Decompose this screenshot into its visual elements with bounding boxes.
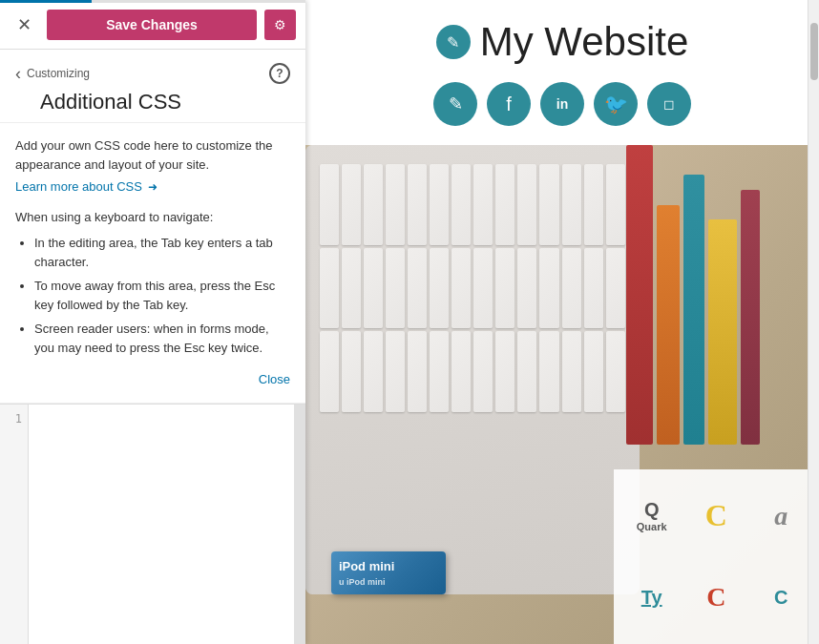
- keyboard-key: [364, 331, 383, 412]
- css-textarea[interactable]: [29, 405, 294, 645]
- ipod-subtitle: u iPod mini: [339, 577, 438, 587]
- keyboard-key: [430, 248, 449, 329]
- site-title: My Website: [480, 19, 689, 65]
- c-logo: C: [705, 498, 727, 533]
- edit-social-button[interactable]: ✎: [433, 82, 477, 126]
- desk-photo: https://w 鹿得博客: [305, 145, 819, 644]
- keyboard-key: [320, 248, 339, 329]
- book-3: [683, 175, 704, 444]
- line-number-1: 1: [15, 412, 22, 426]
- book-1: [626, 145, 653, 445]
- scrollbar-thumb: [810, 23, 818, 80]
- quark-q: Q: [644, 499, 660, 521]
- settings-button[interactable]: ⚙: [264, 10, 296, 40]
- keyboard-key: [606, 248, 625, 329]
- keyboard-key: [430, 331, 449, 412]
- keyboard-area: [305, 145, 640, 594]
- website-preview: ✎ My Website ✎ f in 🐦 ◻: [305, 0, 819, 644]
- keyboard-key: [562, 248, 581, 329]
- preview-panel: ✎ My Website ✎ f in 🐦 ◻: [305, 0, 819, 644]
- progress-bar-container: [0, 0, 305, 3]
- site-header: ✎ My Website ✎ f in 🐦 ◻: [305, 0, 819, 145]
- keyboard-key: [539, 248, 558, 329]
- progress-bar: [0, 0, 92, 3]
- learn-more-link[interactable]: Learn more about CSS: [15, 179, 142, 194]
- pencil-icon: ✎: [447, 33, 459, 52]
- close-button[interactable]: ✕: [10, 10, 39, 39]
- keyboard-section: When using a keyboard to navigate: In th…: [15, 208, 290, 358]
- preview-image: https://w 鹿得博客: [305, 145, 819, 644]
- keyboard-key: [473, 164, 493, 245]
- customizer-panel: ✕ Save Changes ⚙ ‹ Customizing ? Additio…: [0, 0, 305, 644]
- facebook-icon-button[interactable]: f: [487, 82, 531, 126]
- list-item: Screen reader users: when in forms mode,…: [34, 320, 290, 357]
- close-info-link[interactable]: Close: [15, 370, 290, 389]
- quark-logo: Q Quark: [637, 499, 667, 532]
- linkedin-icon-button[interactable]: in: [540, 82, 584, 126]
- keyboard-key: [562, 331, 581, 412]
- info-section: Add your own CSS code here to customize …: [0, 123, 305, 404]
- twitter-icon-button[interactable]: 🐦: [594, 82, 638, 126]
- help-button[interactable]: ?: [269, 63, 290, 84]
- ty-logo: Ty: [641, 587, 662, 609]
- keyboard-list: In the editing area, the Tab key enters …: [15, 234, 290, 357]
- arrow-icon: ➜: [148, 178, 158, 196]
- keyboard-key: [386, 248, 405, 329]
- keyboard-key: [606, 164, 625, 245]
- keyboard-key: [364, 248, 383, 329]
- linkedin-icon: in: [556, 96, 568, 112]
- keyboard-key: [386, 331, 405, 412]
- keyboard-intro: When using a keyboard to navigate:: [15, 208, 290, 227]
- extra-logo: C: [774, 587, 788, 609]
- keyboard-key: [408, 331, 427, 412]
- keyboard-key: [320, 164, 339, 245]
- save-changes-button[interactable]: Save Changes: [47, 10, 257, 40]
- facebook-icon: f: [506, 93, 512, 115]
- keyboard-key: [452, 331, 471, 412]
- keyboard-key: [342, 331, 361, 412]
- instagram-icon-button[interactable]: ◻: [647, 82, 691, 126]
- keyboard-key: [495, 248, 514, 329]
- keyboard-key: [408, 248, 427, 329]
- keyboard-key: [539, 331, 558, 412]
- edit-title-button[interactable]: ✎: [436, 25, 471, 59]
- keyboard-key: [408, 164, 427, 245]
- editor-scrollbar[interactable]: [294, 405, 305, 645]
- books-area: [624, 145, 819, 445]
- keyboard-key: [584, 164, 603, 245]
- keyboard-key: [495, 164, 514, 245]
- keyboard-key: [473, 331, 493, 412]
- keyboard-key: [342, 248, 361, 329]
- keyboard-key: [562, 164, 581, 245]
- pencil-icon: ✎: [449, 93, 463, 114]
- keyboard-key: [452, 248, 471, 329]
- keyboard-key: [320, 331, 339, 412]
- keyboard-key: [452, 164, 471, 245]
- keyboard-key: [606, 331, 625, 412]
- section-header: ‹ Customizing ? Additional CSS: [0, 50, 305, 123]
- c2-logo: C: [706, 582, 725, 613]
- keyboard-key: [495, 331, 514, 412]
- list-item: To move away from this area, press the E…: [34, 277, 290, 314]
- description-text: Add your own CSS code here to customize …: [15, 136, 290, 174]
- site-title-row: ✎ My Website: [436, 19, 689, 65]
- keyboard-key: [342, 164, 361, 245]
- logos-area: Q Quark C a Ty C C: [614, 469, 819, 644]
- page-title: Additional CSS: [40, 90, 290, 114]
- instagram-icon: ◻: [663, 96, 675, 112]
- preview-scrollbar[interactable]: [808, 0, 819, 644]
- keyboard-key: [473, 248, 493, 329]
- book-5: [741, 190, 760, 445]
- list-item: In the editing area, the Tab key enters …: [34, 234, 290, 271]
- keyboard-key: [517, 164, 536, 245]
- code-editor: 1: [0, 404, 305, 645]
- keyboard-key: [517, 248, 536, 329]
- laptop-image: [305, 145, 640, 594]
- keyboard-key: [539, 164, 558, 245]
- keyboard-key: [517, 331, 536, 412]
- save-changes-label: Save Changes: [106, 17, 198, 32]
- customizing-row: ‹ Customizing ?: [15, 63, 290, 84]
- a-logo: a: [774, 501, 788, 531]
- twitter-icon: 🐦: [604, 93, 628, 115]
- back-button[interactable]: ‹: [15, 64, 21, 84]
